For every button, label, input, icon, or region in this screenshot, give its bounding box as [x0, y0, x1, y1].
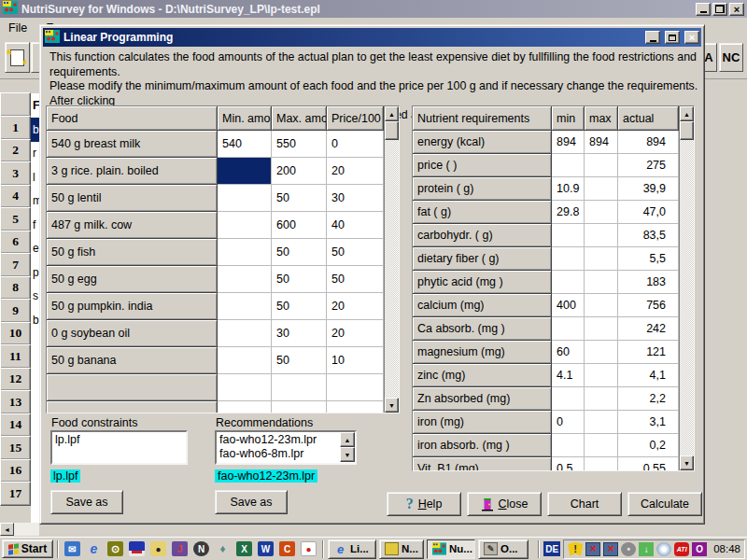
food-min-cell-7[interactable] [218, 293, 272, 320]
nutrient-min-cell-8[interactable]: 400 [552, 294, 585, 317]
nutrient-max-cell-4[interactable] [585, 201, 618, 224]
nutrient-label-cell-7[interactable]: phytic acid (mg ) [413, 271, 552, 294]
food-max-cell-1[interactable]: 550 [272, 131, 327, 158]
dialog-close-button[interactable]: × [684, 31, 699, 44]
nutrient-max-cell-1[interactable]: 894 [585, 131, 618, 154]
food-price-cell-4[interactable]: 40 [327, 212, 384, 239]
nutrient-min-cell-3[interactable]: 10.9 [552, 177, 585, 201]
corel-icon[interactable]: ● [301, 541, 317, 556]
nutrient-max-cell-8[interactable] [585, 294, 618, 317]
food-price-cell-7[interactable]: 20 [327, 293, 384, 320]
food-name-cell-10[interactable] [47, 374, 218, 401]
food-name-cell-3[interactable]: 50 g lentil [47, 185, 218, 212]
scroll-down-arrow-icon[interactable]: ▼ [680, 455, 694, 470]
food-name-cell-9[interactable]: 50 g banana [47, 347, 218, 374]
row-header-7[interactable]: 7 [0, 253, 31, 277]
food-max-cell-8[interactable]: 30 [272, 320, 327, 347]
food-table-scrollbar[interactable]: ▲ ▼ [384, 106, 399, 413]
close-button[interactable]: Close [467, 492, 542, 516]
nutrient-min-cell-11[interactable]: 4.1 [552, 364, 585, 387]
nutrient-max-cell-15[interactable] [585, 457, 618, 470]
food-max-cell-6[interactable]: 50 [272, 266, 327, 293]
nutrient-max-cell-12[interactable] [585, 387, 618, 411]
save-as-recommendations-button[interactable]: Save as [215, 490, 288, 514]
recommendations-listbox[interactable]: fao-who12-23m.lprfao-who6-8m.lpr ▲ ▼ [215, 430, 357, 465]
food-price-cell-1[interactable]: 0 [327, 131, 384, 158]
taskbar-button-3[interactable]: Nu... [427, 539, 475, 559]
language-indicator[interactable]: DE [543, 541, 560, 556]
nutrient-max-cell-6[interactable] [585, 247, 618, 271]
recommendation-item-1[interactable]: fao-who12-23m.lpr [217, 432, 340, 446]
nutrient-label-cell-1[interactable]: energy (kcal) [413, 131, 552, 154]
food-min-cell-8[interactable] [218, 320, 272, 347]
nutrient-max-cell-10[interactable] [585, 341, 618, 364]
spreadsheet-hscrollbar[interactable]: ◄ [0, 523, 39, 536]
monitor-x-icon[interactable]: × [585, 542, 600, 556]
security-shield-icon[interactable]: ! [568, 542, 583, 556]
food-name-cell-6[interactable]: 50 g egg [47, 266, 218, 293]
nutrient-max-cell-14[interactable] [585, 434, 618, 457]
nutrient-label-cell-11[interactable]: zinc (mg) [413, 364, 552, 387]
nutrient-label-cell-6[interactable]: dietary fiber ( g) [413, 247, 552, 271]
nutrient-label-cell-10[interactable]: magnesium (mg) [413, 341, 552, 364]
scroll-down-arrow-icon[interactable]: ▼ [385, 398, 399, 413]
main-minimize-button[interactable] [696, 3, 711, 16]
scrollbar-thumb[interactable] [385, 121, 399, 140]
food-price-cell-11[interactable] [327, 401, 384, 413]
food-max-cell-10[interactable] [272, 374, 327, 401]
calculate-button[interactable]: Calculate [627, 492, 702, 516]
nutrient-label-cell-5[interactable]: carbohydr. ( g) [413, 224, 552, 247]
nutrient-max-cell-9[interactable] [585, 317, 618, 341]
dialog-minimize-button[interactable] [645, 31, 660, 44]
toolbar-nc-button[interactable]: NC [719, 43, 743, 72]
clock-launcher-icon[interactable]: ⊙ [107, 541, 123, 556]
start-button[interactable]: Start [2, 539, 53, 558]
main-close-button[interactable]: × [729, 3, 744, 16]
taskbar-button-1[interactable]: eLi... [328, 539, 376, 559]
food-min-cell-4[interactable] [218, 212, 272, 239]
row-header-4[interactable]: 4 [0, 185, 31, 209]
scroll-up-arrow-icon[interactable]: ▲ [385, 106, 399, 121]
food-min-cell-1[interactable]: 540 [218, 131, 272, 158]
nutrient-label-cell-4[interactable]: fat ( g) [413, 201, 552, 224]
nutrient-label-cell-2[interactable]: price ( ) [413, 154, 552, 177]
food-price-cell-9[interactable]: 10 [327, 347, 384, 374]
nutrient-min-cell-5[interactable] [552, 224, 585, 247]
taskbar-button-4[interactable]: ✎O... [478, 539, 529, 559]
nutrient-min-cell-14[interactable] [552, 434, 585, 457]
outlook-express-icon[interactable]: ✉ [64, 541, 80, 556]
row-header-1[interactable]: 1 [0, 116, 31, 140]
nutrient-max-cell-13[interactable] [585, 411, 618, 434]
nutrient-min-cell-13[interactable]: 0 [552, 411, 585, 434]
food-constraints-value[interactable]: lp.lpf [52, 432, 186, 446]
quicktime-bird-icon[interactable]: ♦ [215, 541, 231, 556]
journal-viewer-icon[interactable]: J [172, 541, 188, 556]
volume-swirl-icon[interactable]: • [621, 542, 636, 556]
food-min-cell-10[interactable] [218, 374, 272, 401]
excel-icon[interactable]: X [236, 541, 252, 556]
row-header-15[interactable]: 15 [0, 436, 31, 460]
chart-button[interactable]: Chart [547, 492, 622, 516]
food-max-cell-2[interactable]: 200 [272, 158, 327, 185]
nutrient-label-cell-9[interactable]: Ca absorb. (mg ) [413, 317, 552, 341]
taskbar-button-2[interactable]: N... [379, 539, 424, 559]
nutrient-min-cell-7[interactable] [552, 271, 585, 294]
food-constraints-listbox[interactable]: lp.lpf [50, 430, 188, 465]
scroll-down-arrow-icon[interactable]: ▼ [340, 447, 355, 462]
monitor-x-icon-2[interactable]: × [603, 542, 618, 556]
nutrient-label-cell-15[interactable]: Vit. B1 (mg) [413, 457, 552, 470]
nutrient-label-cell-14[interactable]: iron absorb. (mg ) [413, 434, 552, 457]
food-price-cell-2[interactable]: 20 [327, 158, 384, 185]
updates-icon[interactable]: ↓ [639, 542, 654, 556]
menu-file[interactable]: File [8, 21, 27, 35]
food-name-cell-7[interactable]: 50 g pumpkin. india [47, 293, 218, 320]
row-header-13[interactable]: 13 [0, 390, 31, 414]
new-document-button[interactable] [5, 42, 30, 73]
row-header-9[interactable]: 9 [0, 299, 31, 323]
nutrient-label-cell-12[interactable]: Zn absorbed (mg) [413, 387, 552, 411]
food-name-cell-8[interactable]: 0 g soybean oil [47, 320, 218, 347]
food-max-cell-9[interactable]: 50 [272, 347, 327, 374]
row-header-5[interactable]: 5 [0, 207, 31, 231]
food-max-cell-5[interactable]: 50 [272, 239, 327, 266]
food-price-cell-3[interactable]: 30 [327, 185, 384, 212]
